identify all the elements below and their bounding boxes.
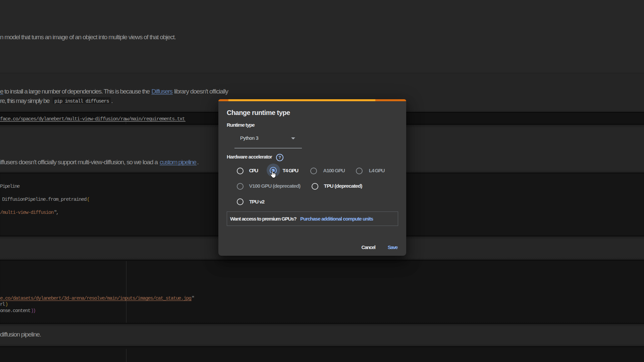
svg-text:iffusers doesn't officially su: iffusers doesn't officially support mult…	[0, 159, 158, 166]
svg-text:.: .	[111, 97, 113, 104]
svg-text:DiffusionPipeline.from_pretrai: DiffusionPipeline.from_pretrained	[2, 197, 87, 202]
svg-text:TPU (deprecated): TPU (deprecated)	[324, 183, 363, 189]
svg-text:Runtime type: Runtime type	[227, 122, 255, 128]
svg-text:": "	[192, 296, 195, 301]
svg-text:TPU v2: TPU v2	[249, 199, 265, 204]
svg-text:): )	[5, 302, 8, 307]
svg-text:Want access to premium GPUs?: Want access to premium GPUs?	[230, 216, 297, 222]
svg-text:",: ",	[54, 210, 59, 216]
svg-text:.: .	[197, 159, 199, 166]
svg-text:e to install a large number of: e to install a large number of dependenc…	[0, 88, 150, 95]
svg-text:A100 GPU: A100 GPU	[323, 168, 345, 173]
svg-text:diffusion pipeline.: diffusion pipeline.	[0, 331, 41, 338]
svg-text:V100 GPU (deprecated): V100 GPU (deprecated)	[249, 183, 301, 189]
svg-text:Cancel: Cancel	[362, 244, 376, 250]
svg-text:custom pipeline: custom pipeline	[160, 159, 197, 166]
svg-text:Hardware accelerator: Hardware accelerator	[227, 154, 272, 160]
svg-text:CPU: CPU	[249, 168, 259, 173]
svg-text:Pipeline: Pipeline	[0, 184, 20, 189]
svg-text:(: (	[87, 197, 90, 202]
svg-text:Change runtime type: Change runtime type	[227, 109, 290, 116]
svg-text:library doesn't officially: library doesn't officially	[174, 88, 229, 95]
svg-text:T4 GPU: T4 GPU	[282, 168, 299, 173]
svg-text:re, this may simply be: re, this may simply be	[0, 97, 50, 104]
svg-text:face.co/spaces/dylanebert/mult: face.co/spaces/dylanebert/multi-view-dif…	[0, 116, 185, 122]
svg-text:)): ))	[31, 308, 36, 314]
svg-text:onse.content: onse.content	[0, 308, 31, 314]
svg-text:e.co/datasets/dylanebert/3d-ar: e.co/datasets/dylanebert/3d-arena/resolv…	[0, 296, 192, 301]
svg-text:n model that turns an image of: n model that turns an image of an object…	[0, 34, 176, 41]
svg-text:L4 GPU: L4 GPU	[369, 168, 385, 173]
svg-text:rl: rl	[0, 302, 5, 307]
svg-text:pip install diffusers: pip install diffusers	[54, 99, 109, 104]
svg-text:Save: Save	[388, 244, 398, 250]
svg-text:Python 3: Python 3	[240, 135, 259, 141]
svg-text:Purchase additional compute un: Purchase additional compute units	[300, 216, 373, 222]
svg-text:/multi-view-diffusion: /multi-view-diffusion	[0, 210, 54, 216]
svg-text:Diffusers: Diffusers	[152, 88, 173, 95]
